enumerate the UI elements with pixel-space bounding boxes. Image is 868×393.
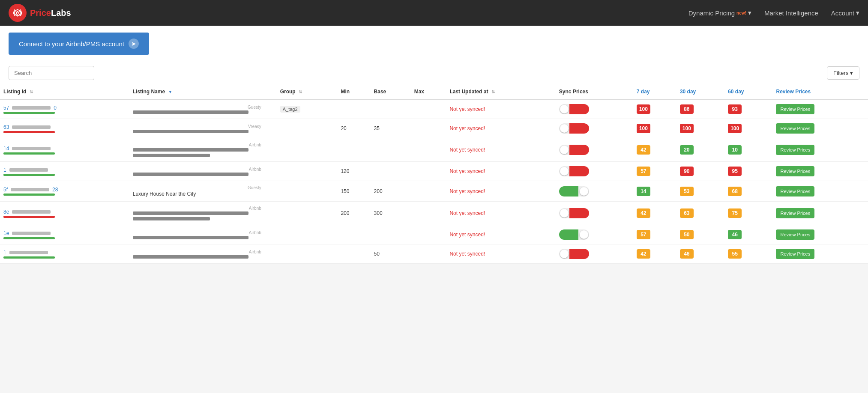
listing-name-cell: Airbnb [129, 244, 277, 264]
col-listing-name[interactable]: Listing Name ▼ [129, 84, 277, 99]
table-row: 63 Vreasy 2035Not yet synced!100100100Re… [0, 119, 868, 138]
listing-progress-bar [3, 152, 55, 155]
col-min[interactable]: Min [337, 84, 370, 99]
review-prices-cell: Review Prices [772, 162, 868, 181]
logo-icon: ❮❯ [9, 4, 27, 22]
logo-text: PriceLabs [30, 8, 71, 18]
sync-toggle[interactable] [559, 123, 589, 134]
nav-market-intelligence[interactable]: Market Intelligence [764, 9, 818, 17]
sync-toggle[interactable] [559, 208, 589, 218]
sync-toggle[interactable] [559, 186, 589, 196]
sync-toggle-cell [556, 138, 633, 162]
listing-id-cell: 1e [0, 225, 129, 244]
search-input[interactable] [9, 66, 94, 80]
sync-toggle[interactable] [559, 229, 589, 240]
7day-badge: 100 [637, 104, 650, 114]
review-prices-button[interactable]: Review Prices [776, 104, 814, 114]
listing-progress-bar [3, 174, 55, 176]
toggle-thumb [560, 250, 569, 258]
group-cell [277, 181, 338, 202]
col-group[interactable]: Group ⇅ [277, 84, 338, 99]
col-listing-id[interactable]: Listing Id ⇅ [0, 84, 129, 99]
max-cell [411, 119, 446, 138]
review-prices-button[interactable]: Review Prices [776, 186, 814, 196]
name-bar [133, 148, 248, 152]
30day-badge: 63 [680, 208, 694, 218]
review-prices-cell: Review Prices [772, 225, 868, 244]
listing-id-link[interactable]: 1e [3, 230, 126, 236]
review-prices-button[interactable]: Review Prices [776, 249, 814, 259]
listing-progress-bar [3, 194, 55, 196]
nav-dynamic-pricing[interactable]: Dynamic Pricing new! ▾ [688, 9, 751, 17]
last-updated-cell: Not yet synced! [446, 225, 555, 244]
sync-toggle[interactable] [559, 166, 589, 176]
connect-arrow-icon: ➤ [129, 39, 139, 49]
col-30day: 30 day [676, 84, 724, 99]
nav-account[interactable]: Account ▾ [831, 9, 859, 17]
60day-cell: 95 [724, 162, 772, 181]
name-bar [133, 255, 248, 259]
60day-badge: 55 [728, 249, 742, 259]
review-prices-button[interactable]: Review Prices [776, 145, 814, 155]
sync-toggle-cell [556, 244, 633, 264]
30day-badge: 53 [680, 187, 694, 196]
search-bar: Filters ▾ [0, 62, 868, 84]
last-updated-cell: Not yet synced! [446, 99, 555, 119]
listing-id-link[interactable]: 1 [3, 167, 126, 173]
toggle-thumb [560, 209, 569, 217]
listing-id-link[interactable]: 14 [3, 146, 126, 152]
connect-airbnb-button[interactable]: Connect to your Airbnb/PMS account ➤ [9, 33, 149, 55]
sync-toggle[interactable] [559, 104, 589, 114]
7day-badge: 57 [637, 167, 650, 176]
60day-badge: 68 [728, 187, 742, 196]
60day-badge: 10 [728, 145, 742, 155]
30day-badge: 20 [680, 145, 694, 155]
table-row: 1e Airbnb Not yet synced!575046Review Pr… [0, 225, 868, 244]
main-nav: Dynamic Pricing new! ▾ Market Intelligen… [688, 9, 859, 17]
listing-progress-bar [3, 237, 55, 239]
listing-id-cell: 63 [0, 119, 129, 138]
group-cell [277, 244, 338, 264]
min-cell [337, 99, 370, 119]
max-cell [411, 244, 446, 264]
header: ❮❯ PriceLabs Dynamic Pricing new! ▾ Mark… [0, 0, 868, 26]
30day-cell: 86 [676, 99, 724, 119]
col-max[interactable]: Max [411, 84, 446, 99]
listing-id-link[interactable]: 63 [3, 124, 126, 130]
col-last-updated[interactable]: Last Updated at ⇅ [446, 84, 555, 99]
col-7day: 7 day [633, 84, 676, 99]
30day-cell: 100 [676, 119, 724, 138]
60day-badge: 95 [728, 167, 742, 176]
toggle-thumb [580, 187, 588, 196]
toggle-thumb [580, 230, 588, 239]
filters-button[interactable]: Filters ▾ [827, 66, 859, 80]
60day-badge: 75 [728, 208, 742, 218]
table-row: 1 Airbnb 50Not yet synced!424655Review P… [0, 244, 868, 264]
review-prices-button[interactable]: Review Prices [776, 208, 814, 218]
listing-name-cell: Airbnb [129, 138, 277, 162]
name-bar [133, 173, 248, 176]
listing-id-cell: 14 [0, 138, 129, 162]
review-prices-button[interactable]: Review Prices [776, 229, 814, 240]
review-prices-button[interactable]: Review Prices [776, 166, 814, 176]
listing-id-cell: 5f28 [0, 181, 129, 202]
name-bar-sub [133, 217, 210, 220]
listing-id-link[interactable]: 8e [3, 209, 126, 215]
min-cell: 120 [337, 162, 370, 181]
listing-id-link[interactable]: 1 [3, 250, 126, 256]
col-base[interactable]: Base [371, 84, 411, 99]
listing-name-cell: Guesty [129, 99, 277, 119]
7day-cell: 42 [633, 202, 676, 225]
logo-area: ❮❯ PriceLabs [9, 4, 688, 22]
sync-toggle[interactable] [559, 249, 589, 259]
7day-cell: 42 [633, 244, 676, 264]
toggle-thumb [560, 167, 569, 176]
sort-icon-last-updated: ⇅ [491, 89, 495, 94]
sync-toggle[interactable] [559, 145, 589, 155]
7day-cell: 100 [633, 99, 676, 119]
listing-id-link[interactable]: 570 [3, 105, 126, 111]
listing-id-link[interactable]: 5f28 [3, 187, 126, 193]
review-prices-cell: Review Prices [772, 202, 868, 225]
review-prices-button[interactable]: Review Prices [776, 123, 814, 134]
table-header-row: Listing Id ⇅ Listing Name ▼ Group ⇅ Min … [0, 84, 868, 99]
